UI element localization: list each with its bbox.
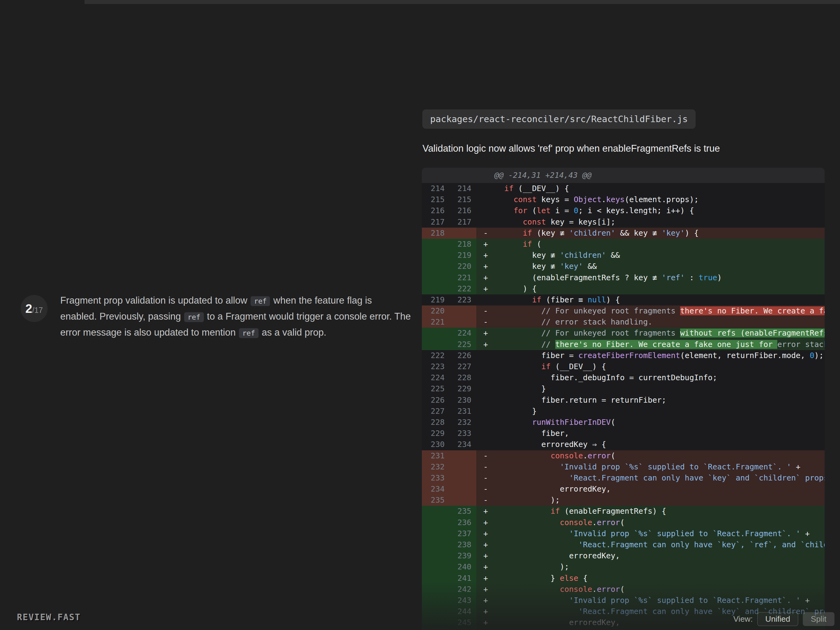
diff-row: 242+ console.error(: [422, 584, 825, 595]
code-token: error: [597, 518, 620, 527]
code-token: [495, 295, 532, 304]
old-line-number: 225: [422, 383, 449, 394]
code-token: const: [523, 217, 546, 226]
code-token: for: [513, 206, 527, 215]
new-line-number: 215: [449, 194, 476, 205]
code-token: fiber.return = returnFiber;: [495, 396, 666, 405]
code-token: if: [523, 240, 532, 249]
code-token: true: [699, 273, 717, 282]
diff-row: 235+ if (enableFragmentRefs) {: [422, 506, 825, 517]
diff-marker: [476, 361, 495, 372]
code-token: ) {: [606, 295, 620, 304]
new-line-number: 246: [449, 628, 476, 630]
view-unified-button[interactable]: Unified: [757, 612, 798, 626]
old-line-number: 221: [422, 317, 449, 328]
code-line: if (key ≢ 'children' && key ≢ 'key') {: [495, 228, 825, 239]
code-line: 'React.Fragment can only have `key`, `re…: [495, 539, 825, 550]
code-token: && key ≢: [615, 229, 662, 237]
diff-row: 241+ } else {: [422, 573, 825, 584]
old-line-number: [422, 528, 449, 539]
code-token: runWithFiberInDEV: [532, 418, 611, 427]
code-token: .: [583, 451, 587, 460]
diff-marker: +: [476, 561, 495, 573]
code-token: keys =: [537, 195, 573, 204]
diff-marker: +: [476, 283, 495, 294]
code-token: );: [495, 495, 560, 505]
code-line: console.error(: [495, 517, 825, 528]
diff-row: 216216 for (let i = 0; i < keys.length; …: [422, 205, 825, 216]
new-line-number: [449, 484, 476, 495]
new-line-number: [449, 317, 476, 328]
code-token: 'ref': [662, 273, 685, 282]
inline-code-chip: ref: [239, 328, 259, 338]
code-token: }: [495, 574, 560, 583]
diff-marker: -: [476, 484, 495, 495]
code-token: }: [495, 384, 546, 393]
old-line-number: [422, 250, 449, 261]
diff-row: 220+ key ≢ 'key' &&: [422, 261, 825, 272]
code-token: [495, 362, 542, 371]
code-token: error: [597, 585, 620, 594]
diff-marker: [476, 406, 495, 417]
diff-row: 238+ 'React.Fragment can only have `key`…: [422, 539, 825, 550]
diff-marker: +: [476, 328, 495, 339]
diff-row: 218- if (key ≢ 'children' && key ≢ 'key'…: [422, 228, 825, 239]
code-token: [495, 418, 532, 427]
code-token: error: [587, 451, 611, 460]
diff-marker: +: [476, 595, 495, 606]
new-line-number: 219: [449, 250, 476, 261]
diff-row: 227231 }: [422, 406, 825, 417]
code-token: const: [513, 195, 537, 204]
code-token: [495, 217, 523, 226]
old-line-number: 228: [422, 417, 449, 428]
code-token: 'React.Fragment can only have `key` and …: [569, 473, 825, 482]
diff-row: 240+ );: [422, 561, 825, 573]
code-line: } else {: [495, 573, 825, 584]
old-line-number: 232: [422, 461, 449, 473]
old-line-number: 222: [422, 350, 449, 361]
code-line: erroredKey ⇒ {: [495, 439, 825, 450]
diff-row: 229233 fiber,: [422, 428, 825, 439]
code-token: // error stack handling.: [495, 317, 652, 326]
old-line-number: 230: [422, 439, 449, 450]
diff-marker: +: [476, 239, 495, 250]
view-split-button[interactable]: Split: [803, 612, 834, 626]
code-token: 'children': [560, 251, 606, 260]
file-path-badge[interactable]: packages/react-reconciler/src/ReactChild…: [422, 109, 695, 128]
word-diff-highlight: there's no Fiber. We create a fake one j…: [680, 306, 825, 315]
step-number: 2: [25, 302, 32, 316]
old-line-number: [422, 561, 449, 573]
diff-row: 234- erroredKey,: [422, 484, 825, 495]
new-line-number: 243: [449, 595, 476, 606]
diff-marker: -: [476, 228, 495, 239]
diff-marker: [476, 417, 495, 428]
code-token: 'children': [569, 229, 616, 237]
diff-row: 221- // error stack handling.: [422, 317, 825, 328]
code-token: [495, 540, 578, 549]
new-line-number: 220: [449, 261, 476, 272]
new-line-number: 235: [449, 506, 476, 517]
code-line: erroredKey,: [495, 550, 825, 561]
code-token: (: [532, 240, 541, 249]
new-line-number: 224: [449, 328, 476, 339]
code-line: if (__DEV__) {: [495, 183, 825, 194]
code-line: key ≢ 'key' &&: [495, 261, 825, 272]
code-line: if (fiber ≡ null) {: [495, 294, 825, 306]
change-summary-title: Validation logic now allows 'ref' prop w…: [422, 143, 834, 154]
code-token: i =: [551, 206, 574, 215]
code-token: let: [537, 206, 550, 215]
code-token: else: [560, 574, 578, 583]
diff-row: 231- console.error(: [422, 450, 825, 461]
code-line: if (enableFragmentRefs) {: [495, 506, 825, 517]
code-token: console: [560, 518, 592, 527]
inline-code-chip: ref: [251, 296, 270, 306]
code-token: 'React.Fragment can only have `key`, `re…: [578, 540, 825, 549]
old-line-number: 220: [422, 306, 449, 317]
code-token: if: [551, 507, 560, 516]
diff-marker: [476, 194, 495, 205]
code-token: if: [523, 229, 532, 237]
new-line-number: 214: [449, 183, 476, 194]
diff-marker: [476, 372, 495, 383]
code-token: console: [560, 585, 592, 594]
old-line-number: [422, 239, 449, 250]
